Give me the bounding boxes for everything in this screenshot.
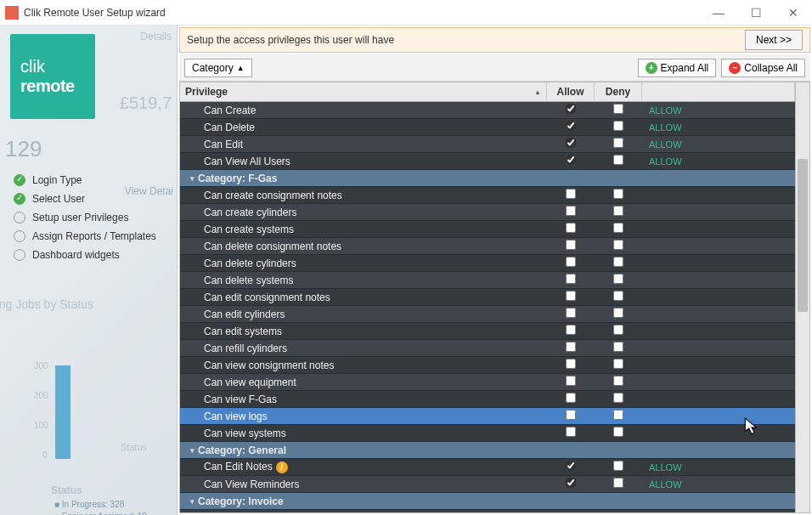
privilege-row[interactable]: Can CreateALLOW: [180, 102, 795, 119]
allow-checkbox[interactable]: [566, 291, 576, 301]
grid-header: Privilege ▲ Allow Deny: [180, 82, 795, 102]
deny-checkbox[interactable]: [613, 104, 623, 114]
privilege-row[interactable]: Can edit consignment notes: [180, 289, 795, 306]
instruction-bar: Setup the access privileges this user wi…: [179, 27, 810, 53]
status-label: [642, 211, 795, 214]
allow-checkbox[interactable]: [566, 478, 576, 488]
allow-checkbox[interactable]: [566, 393, 576, 403]
allow-checkbox[interactable]: [566, 359, 576, 369]
deny-checkbox[interactable]: [613, 359, 623, 369]
deny-checkbox[interactable]: [613, 240, 623, 250]
privilege-row[interactable]: Can create cylinders: [180, 204, 795, 221]
brand-logo: clik remote: [10, 34, 95, 119]
wizard-step[interactable]: Login Type: [14, 174, 156, 186]
privilege-grid: Privilege ▲ Allow Deny Can CreateALLOWCa…: [179, 82, 810, 513]
privilege-label: Can Edit Notes: [204, 461, 273, 473]
status-label: [642, 228, 795, 231]
maximize-button[interactable]: ☐: [737, 0, 775, 25]
privilege-row[interactable]: Can create systems: [180, 221, 795, 238]
category-dropdown-button[interactable]: Category ▲: [184, 59, 252, 77]
deny-checkbox[interactable]: [613, 461, 623, 471]
deny-checkbox[interactable]: [613, 138, 623, 148]
privilege-label: Can View All Users: [204, 156, 290, 167]
deny-checkbox[interactable]: [613, 206, 623, 216]
privilege-row[interactable]: Can View All UsersALLOW: [180, 153, 795, 170]
deny-checkbox[interactable]: [613, 257, 623, 267]
deny-checkbox[interactable]: [613, 410, 623, 420]
privilege-row[interactable]: Can view logs: [180, 408, 795, 425]
deny-checkbox[interactable]: [613, 121, 623, 131]
deny-checkbox[interactable]: [613, 393, 623, 403]
allow-checkbox[interactable]: [566, 189, 576, 199]
allow-checkbox[interactable]: [566, 461, 576, 471]
allow-checkbox[interactable]: [566, 121, 576, 131]
privilege-row[interactable]: Can Edit NotesiALLOW: [180, 459, 795, 476]
vertical-scrollbar[interactable]: [795, 82, 809, 512]
privilege-row[interactable]: Can view F-Gas: [180, 391, 795, 408]
wizard-step[interactable]: Assign Reports / Templates: [14, 230, 156, 242]
privilege-row[interactable]: Can view systems: [180, 425, 795, 442]
deny-checkbox[interactable]: [613, 155, 623, 165]
allow-checkbox[interactable]: [566, 427, 576, 437]
wizard-step[interactable]: Setup user Privileges: [14, 212, 156, 224]
privilege-row[interactable]: Can EditALLOW: [180, 136, 795, 153]
privilege-row[interactable]: Can delete consignment notes: [180, 238, 795, 255]
deny-checkbox[interactable]: [613, 308, 623, 318]
expand-all-button[interactable]: + Expand All: [638, 59, 717, 77]
allow-checkbox[interactable]: [566, 206, 576, 216]
privilege-row[interactable]: Can delete cylinders: [180, 255, 795, 272]
column-deny[interactable]: Deny: [595, 82, 642, 101]
status-label: ALLOW: [642, 478, 795, 491]
allow-checkbox[interactable]: [566, 308, 576, 318]
privilege-label: Can view systems: [204, 427, 286, 439]
privilege-row[interactable]: Can delete systems: [180, 272, 795, 289]
deny-checkbox[interactable]: [613, 223, 623, 233]
collapse-caret-icon: ▾: [190, 446, 195, 455]
scrollbar-thumb[interactable]: [798, 159, 808, 312]
deny-checkbox[interactable]: [613, 291, 623, 301]
allow-checkbox[interactable]: [566, 274, 576, 284]
wizard-step[interactable]: Dashboard widgets: [14, 249, 156, 261]
privilege-row[interactable]: Can edit cylinders: [180, 306, 795, 323]
privilege-label: Can create consignment notes: [204, 190, 342, 201]
info-icon[interactable]: i: [276, 461, 288, 473]
deny-checkbox[interactable]: [613, 376, 623, 386]
collapse-all-button[interactable]: – Collapse All: [721, 59, 805, 77]
category-label: Category: Invoice: [198, 495, 284, 507]
allow-checkbox[interactable]: [566, 325, 576, 335]
privilege-row[interactable]: Can create consignment notes: [180, 187, 795, 204]
minimize-button[interactable]: —: [700, 0, 737, 25]
deny-checkbox[interactable]: [613, 427, 623, 437]
privilege-row[interactable]: Can DeleteALLOW: [180, 119, 795, 136]
close-button[interactable]: ✕: [775, 0, 812, 25]
category-row[interactable]: ▾Category: General: [180, 442, 795, 459]
deny-checkbox[interactable]: [613, 274, 623, 284]
allow-checkbox[interactable]: [566, 138, 576, 148]
deny-checkbox[interactable]: [613, 478, 623, 488]
allow-checkbox[interactable]: [566, 257, 576, 267]
wizard-step[interactable]: Select User: [14, 193, 156, 205]
privilege-row[interactable]: Can edit systems: [180, 323, 795, 340]
privilege-row[interactable]: Can refill cylinders: [180, 340, 795, 357]
deny-checkbox[interactable]: [613, 325, 623, 335]
privilege-row[interactable]: Can View RemindersALLOW: [180, 476, 795, 493]
privilege-label: Can view equipment: [204, 376, 296, 388]
deny-checkbox[interactable]: [613, 189, 623, 199]
deny-checkbox[interactable]: [613, 342, 623, 352]
privilege-row[interactable]: Can view consignment notes: [180, 357, 795, 374]
logo-line1: clik: [20, 57, 45, 76]
allow-checkbox[interactable]: [566, 155, 576, 165]
allow-checkbox[interactable]: [566, 376, 576, 386]
allow-checkbox[interactable]: [566, 342, 576, 352]
allow-checkbox[interactable]: [566, 410, 576, 420]
collapse-caret-icon: ▾: [190, 497, 195, 506]
allow-checkbox[interactable]: [566, 104, 576, 114]
column-allow[interactable]: Allow: [547, 82, 595, 101]
category-row[interactable]: ▾Category: Invoice: [180, 493, 795, 510]
next-button[interactable]: Next >>: [745, 30, 803, 50]
allow-checkbox[interactable]: [566, 240, 576, 250]
allow-checkbox[interactable]: [566, 223, 576, 233]
privilege-row[interactable]: Can view equipment: [180, 374, 795, 391]
column-privilege[interactable]: Privilege ▲: [180, 82, 547, 101]
category-row[interactable]: ▾Category: F-Gas: [180, 170, 795, 187]
